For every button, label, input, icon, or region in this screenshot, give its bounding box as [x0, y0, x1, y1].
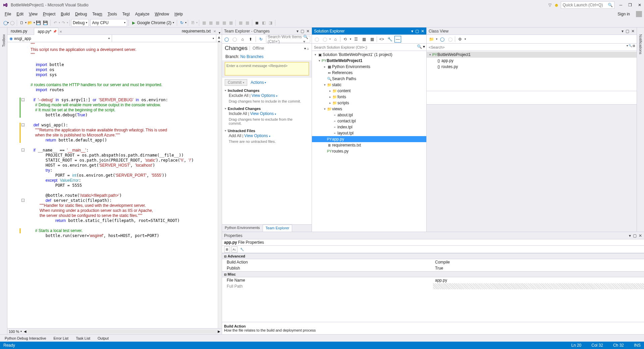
tree-search-paths[interactable]: 🔍Search Paths [312, 76, 426, 82]
props-categorized-icon[interactable]: ⊞ [224, 246, 230, 252]
feedback-icon[interactable]: ☻ [554, 2, 559, 8]
se-fwd-icon[interactable]: ◯ [321, 36, 328, 43]
redo-button[interactable]: ↷ [60, 19, 67, 26]
fold-marker[interactable]: - [21, 149, 24, 152]
menu-team[interactable]: Team [90, 11, 105, 17]
te-refresh-icon[interactable]: ↻ [258, 36, 264, 42]
se-home-icon[interactable]: ⌂ [332, 36, 339, 43]
te-header-dropdown[interactable]: ▾ ⌂ [304, 47, 309, 50]
te-exclude-all[interactable]: Exclude All [229, 93, 249, 98]
run-target-label[interactable]: Google Chrome (2) [137, 20, 171, 25]
menu-analyze[interactable]: Analyze [132, 11, 152, 17]
props-pages-icon[interactable]: 🔧 [239, 246, 245, 252]
tab-team-explorer[interactable]: Team Explorer [263, 225, 292, 232]
platform-selector[interactable]: Any CPU ▾ [90, 19, 127, 26]
tree-content-folder[interactable]: ▸📁content [312, 88, 426, 94]
panel-close-icon[interactable]: ✕ [631, 29, 635, 34]
te-back-icon[interactable]: ◯ [223, 36, 229, 42]
tree-app-py[interactable]: PYapp.py [312, 136, 426, 142]
tb-g[interactable]: ▦ [244, 19, 251, 26]
flag-icon[interactable]: ▽ [548, 3, 551, 7]
panel-pin-icon[interactable]: ▢ [633, 233, 637, 238]
tb-h[interactable]: ◼ [254, 19, 260, 26]
tb-e[interactable]: ▦ [227, 19, 234, 26]
cv-back-icon[interactable]: ◯ [439, 36, 445, 43]
close-button[interactable]: ✕ [638, 3, 641, 7]
props-row[interactable]: Full Path [222, 283, 644, 289]
tab-python-env[interactable]: Python Environments [222, 225, 263, 232]
code-content[interactable]: """ This script runs the application usi… [26, 42, 218, 328]
te-add-all[interactable]: Add All [229, 133, 241, 138]
tb-a[interactable]: ▦ [201, 19, 207, 26]
save-button[interactable]: 💾 [35, 19, 42, 26]
tree-requirements[interactable]: 🗎requirements.txt [312, 142, 426, 148]
save-all-button[interactable]: 💾 [42, 19, 49, 26]
pin-icon[interactable]: 📌 [53, 30, 57, 33]
cv-new-folder-icon[interactable]: 📁 [428, 36, 435, 43]
cv-settings-icon[interactable]: ⚙ [457, 36, 463, 43]
tree-index-tpl[interactable]: ▫index.tpl [312, 124, 426, 130]
tb-c[interactable]: ▦ [214, 19, 221, 26]
close-tab-icon[interactable]: ✕ [213, 30, 216, 33]
tree-static-folder[interactable]: ▾📁static [312, 82, 426, 88]
se-prop-icon[interactable]: 🔧 [386, 36, 393, 43]
te-include-all[interactable]: Include All [229, 111, 247, 116]
se-code-icon[interactable]: <> [378, 36, 385, 43]
panel-pin-icon[interactable]: ▢ [301, 29, 304, 34]
config-selector[interactable]: Debug ▾ [71, 19, 89, 26]
panel-close-icon[interactable]: ✕ [421, 29, 424, 34]
minimize-button[interactable]: ─ [619, 3, 622, 7]
fold-marker[interactable]: - [21, 98, 24, 101]
notifications-tab[interactable]: Notifications [639, 34, 643, 54]
te-fwd-icon[interactable]: ◯ [231, 36, 237, 42]
editor-vscroll[interactable] [218, 42, 222, 328]
se-preview-icon[interactable]: — [394, 36, 401, 43]
tab-task-list[interactable]: Task List [72, 336, 94, 341]
menu-build[interactable]: Build [58, 11, 72, 17]
props-cat-misc[interactable]: Misc [222, 271, 644, 277]
menu-help[interactable]: Help [172, 11, 185, 17]
cv-search-dd[interactable]: ▾ 🔍 ▤ [625, 44, 637, 51]
nav-scope-right[interactable]: ▾ [112, 35, 217, 42]
te-home-icon[interactable]: ⌂ [239, 36, 246, 42]
editor-hscroll[interactable] [27, 330, 217, 334]
te-section-header[interactable]: Excluded Changes [225, 107, 309, 111]
se-sync-icon[interactable]: ⟲ [342, 36, 348, 43]
refresh-button[interactable]: ↻ [178, 19, 185, 26]
menu-view[interactable]: View [26, 11, 40, 17]
panel-dropdown-icon[interactable]: ▾ [629, 233, 631, 238]
tab-python-debug[interactable]: Python Debug Interactive [1, 336, 50, 341]
menu-window[interactable]: Window [152, 11, 172, 17]
undo-button[interactable]: ↶ [52, 19, 59, 26]
te-actions-link[interactable]: Actions ▾ [249, 79, 267, 86]
panel-close-icon[interactable]: ✕ [306, 29, 310, 34]
te-view-options[interactable]: View Options [250, 111, 274, 116]
props-row[interactable]: PublishTrue [222, 265, 644, 271]
te-connect-icon[interactable]: ⬆ [248, 36, 254, 42]
browser-link-button[interactable]: 🖹 [190, 19, 196, 26]
tree-layout-tpl[interactable]: ▫layout.tpl [312, 130, 426, 136]
user-avatar-icon[interactable] [636, 11, 642, 17]
tree-solution-root[interactable]: ▾▣Solution 'BottleWebProject1' (1 projec… [312, 52, 426, 58]
tb-j[interactable]: ◨ [267, 19, 274, 26]
tab-output[interactable]: Output [94, 336, 112, 341]
tree-py-env[interactable]: ▸▦Python Environments [312, 64, 426, 70]
tree-project[interactable]: ▾PYBottleWebProject1 [312, 58, 426, 64]
cv-project-node[interactable]: ▾PYBottleWebProject1 [427, 52, 637, 58]
start-debug-button[interactable]: ▶ [130, 19, 137, 26]
se-refresh-icon[interactable]: ☰ [353, 36, 359, 43]
menu-file[interactable]: File [2, 11, 14, 17]
cv-app-node[interactable]: {}app.py [427, 58, 637, 64]
tab-app[interactable]: app.py*📌✕ [34, 28, 58, 35]
toolbox-tab[interactable]: Toolbox [2, 34, 6, 47]
tab-requirements[interactable]: requirements.txt✕ [178, 27, 217, 35]
tab-routes[interactable]: routes.py [7, 27, 34, 35]
te-branch-link[interactable]: No Branches [240, 54, 263, 59]
te-section-header[interactable]: Included Changes [225, 89, 309, 93]
sign-in-link[interactable]: Sign in [615, 11, 633, 17]
tree-about-tpl[interactable]: ▫about.tpl [312, 112, 426, 118]
cv-routes-node[interactable]: {}routes.py [427, 64, 637, 70]
props-alpha-icon[interactable]: A↓ [231, 246, 237, 252]
panel-dropdown-icon[interactable]: ▾ [411, 29, 413, 34]
te-view-options[interactable]: View Options [244, 133, 268, 138]
